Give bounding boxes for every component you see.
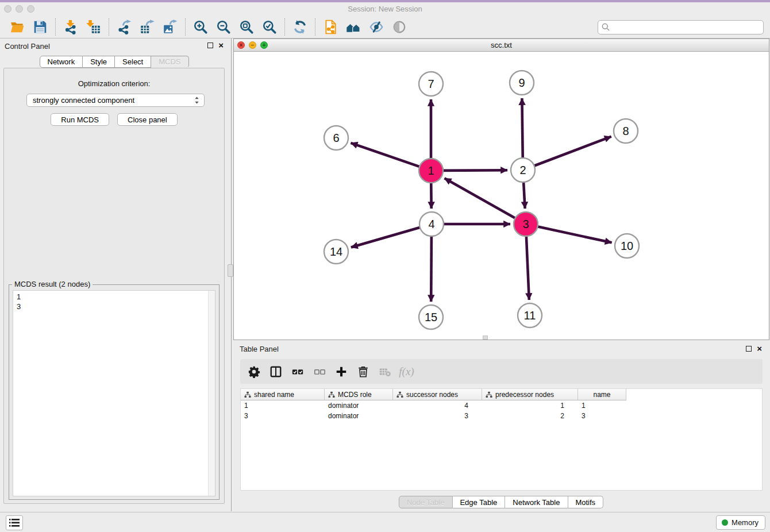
column-header-name[interactable]: name [578,389,626,400]
table-cell[interactable]: 1 [241,402,325,411]
result-scrollbar[interactable] [208,291,215,496]
toolbar-group [56,18,109,36]
graph-node-2[interactable]: 2 [511,158,535,182]
network-resize-grip[interactable] [483,336,488,340]
table-tab-motifs[interactable]: Motifs [568,496,603,508]
graph-node-1[interactable]: 1 [419,159,443,183]
table-cell[interactable]: 1 [578,402,626,411]
run-mcds-button[interactable]: Run MCDS [51,113,109,126]
graph-edge-2-9[interactable] [522,98,522,160]
graph-node-7[interactable]: 7 [419,72,443,96]
close-table-panel-icon[interactable]: × [757,345,762,353]
graph-node-11[interactable]: 11 [518,303,542,327]
graph-edge-1-4[interactable] [431,180,432,209]
hide-selected-icon[interactable] [367,18,386,36]
column-header-MCDS-role[interactable]: MCDS role [325,389,393,400]
first-neighbors-icon[interactable] [344,18,363,36]
optimization-criterion-select[interactable]: strongly connected component [26,94,205,107]
table-tab-network-table[interactable]: Network Table [505,496,568,508]
table-cell[interactable]: 3 [241,412,325,421]
open-folder-icon[interactable] [8,18,26,36]
show-hidden-icon[interactable] [390,18,409,36]
columns-icon[interactable] [267,363,284,380]
table-cell[interactable]: 1 [482,402,578,411]
toolbar-group [186,18,284,36]
table-tab-edge-table[interactable]: Edge Table [452,496,505,508]
zoom-out-icon[interactable] [214,18,233,36]
graph-edge-1-6[interactable] [351,143,422,168]
graph-node-label: 15 [425,311,437,323]
graph-edge-3-11[interactable] [526,234,529,300]
mcds-result-list[interactable]: 13 [13,290,215,496]
table-cell[interactable]: 2 [482,412,578,421]
graph-node-9[interactable]: 9 [510,71,534,95]
graph-edge-3-1[interactable] [445,178,518,219]
graph-node-8[interactable]: 8 [614,119,638,143]
graph-node-15[interactable]: 15 [419,305,443,329]
close-panel-icon[interactable]: × [218,41,224,49]
close-panel-button[interactable]: Close panel [117,113,178,126]
table-cell[interactable]: 3 [578,412,626,421]
column-header-successor-nodes[interactable]: successor nodes [393,389,482,400]
network-canvas[interactable]: 7968124314101511 [234,52,769,340]
graph-edge-4-15[interactable] [431,234,432,302]
select-all-icon[interactable] [289,363,306,380]
control-tab-select[interactable]: Select [115,56,151,68]
control-tab-style[interactable]: Style [83,56,115,68]
gear-icon[interactable] [245,363,262,380]
graph-edge-4-14[interactable] [351,227,422,248]
selected-criterion-value: strongly connected component [33,96,194,105]
control-tab-mcds[interactable]: MCDS [151,56,188,68]
graph-node-label: 9 [518,76,525,89]
network-view-window: ×−+ scc.txt 7968124314101511 [233,38,769,340]
column-header-predecessor-nodes[interactable]: predecessor nodes [482,389,578,400]
network-graph[interactable]: 7968124314101511 [234,52,769,340]
refresh-icon[interactable] [291,18,309,36]
graph-node-10[interactable]: 10 [615,234,639,258]
node-table[interactable]: shared nameMCDS rolesuccessor nodesprede… [240,388,763,491]
graph-node-label: 14 [330,245,342,258]
import-network-icon[interactable] [61,18,80,36]
task-history-button[interactable] [6,515,23,530]
table-cell[interactable]: dominator [325,402,393,411]
float-panel-icon[interactable] [207,43,213,48]
table-tab-node-table[interactable]: Node Table [399,496,453,508]
column-header-label: predecessor nodes [495,391,554,399]
import-table-icon[interactable] [84,18,103,36]
zoom-selected-icon[interactable] [260,18,279,36]
table-cell[interactable]: dominator [325,412,393,421]
zoom-fit-icon[interactable] [237,18,256,36]
table-row[interactable]: 3dominator323 [241,412,762,421]
status-bar: Memory [0,512,770,532]
search-input[interactable] [611,21,763,34]
graph-node-6[interactable]: 6 [324,126,348,150]
table-cell[interactable]: 3 [393,412,482,421]
table-cell[interactable]: 4 [393,402,482,411]
clear-selection-icon[interactable] [311,363,328,380]
control-tab-network[interactable]: Network [39,56,83,68]
new-network-from-selection-icon[interactable] [321,18,340,36]
memory-button[interactable]: Memory [716,515,765,530]
vertical-splitter-handle[interactable] [228,264,233,277]
graph-edge-2-3[interactable] [523,180,525,209]
graph-node-4[interactable]: 4 [419,212,444,236]
graph-node-14[interactable]: 14 [324,240,348,264]
table-row[interactable]: 1dominator411 [241,402,762,411]
float-table-panel-icon[interactable] [746,346,752,352]
save-icon[interactable] [31,18,49,36]
graph-edge-1-2[interactable] [441,170,507,171]
search-box[interactable] [598,20,764,34]
network-window-titlebar[interactable]: ×−+ scc.txt [234,39,769,52]
export-table-icon[interactable] [138,18,156,36]
graph-edge-3-10[interactable] [536,226,612,243]
export-network-icon[interactable] [115,18,133,36]
trash-icon[interactable] [355,363,371,380]
add-icon[interactable] [333,363,349,380]
export-image-icon[interactable] [161,18,179,36]
toolbar-group [2,18,55,36]
zoom-in-icon[interactable] [191,18,210,36]
graph-edge-2-8[interactable] [532,137,611,167]
graph-node-3[interactable]: 3 [514,212,538,236]
column-header-shared-name[interactable]: shared name [241,389,325,400]
table-header-row: shared nameMCDS rolesuccessor nodesprede… [241,389,762,400]
